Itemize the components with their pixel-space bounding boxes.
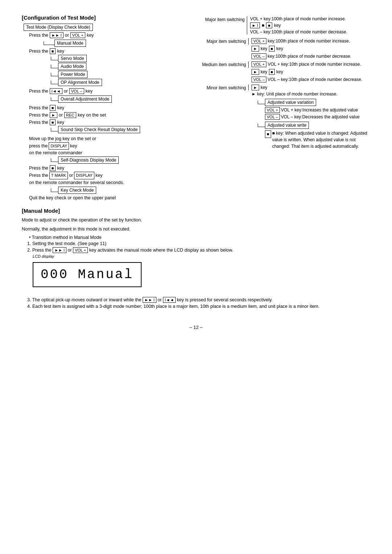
major-black-key: ■: [266, 23, 272, 28]
op-alignment-box: OP Alignment Mode: [58, 79, 102, 86]
lcd-label: LCD display: [33, 254, 370, 258]
vol-minus-key-1: VOL –: [69, 88, 84, 94]
press-text-6: Press the: [29, 120, 48, 125]
major-key-word: key: [261, 46, 268, 51]
manual-bullet1: • Transition method in Manual Mode: [29, 235, 370, 240]
or-2: or: [64, 89, 68, 94]
minor-key-word: key: [261, 85, 268, 90]
major-vol-minus-desc: VOL – key:100th place of mode number dec…: [250, 29, 347, 34]
on-remote-2: on the remote commander for several seco…: [29, 179, 189, 186]
left-column: [Configuration of Test Mode] Test Mode (…: [22, 15, 189, 200]
display-key-2: DISPLAY: [74, 172, 94, 179]
major-play-key: ► I: [250, 23, 260, 28]
on-remote-1: on the remote commander: [29, 150, 189, 156]
rec-key: REC: [64, 112, 76, 118]
t-mark-key: T MARK: [49, 172, 68, 179]
black-key-2: ■: [50, 105, 56, 111]
major-key-sep: ■: [262, 23, 264, 28]
major-label: Major item switching: [207, 39, 246, 44]
page-content: [Configuration of Test Mode] Test Mode (…: [22, 15, 370, 330]
key-text-4: key: [57, 105, 64, 110]
or-3: or: [59, 113, 63, 118]
overall-adj-box: Overall Adjustment Mode: [58, 95, 112, 103]
manual-para1: Mode to adjust or check the operation of…: [22, 217, 370, 224]
manual-numbered-2: 2. Press the ►► I or VOL + key activates…: [27, 247, 370, 253]
minor-label: Minor item switching: [207, 85, 246, 90]
adj-var-box: Adjusted value variation: [265, 99, 316, 106]
display-key-1: DISPLAY: [49, 142, 69, 150]
key-text-7: key: [57, 166, 64, 171]
move-jog-text: Move up the jog key on the set or: [29, 135, 189, 142]
major-key-btn1: VOL +: [252, 38, 266, 44]
medium-sq-key: ■: [269, 69, 275, 75]
manual-numbered-4: 4. Each test item is assigned with a 3-d…: [27, 304, 370, 309]
medium-vol-plus-text: VOL + key:10th place of mode number incr…: [268, 62, 361, 67]
numbered-1-text: 1. Setting the test mode. (See page 11): [27, 241, 106, 246]
adj-vol-minus-text: VOL – key:Decreases the adjusted value: [281, 114, 360, 119]
press-text-5: Press the: [29, 113, 48, 118]
medium-vol-minus-text: VOL – key:10th place of mode number decr…: [268, 77, 362, 82]
fwd-key-manual: ►► I: [53, 247, 66, 253]
or-4: or: [69, 172, 73, 179]
medium-key-btn1: VOL +: [252, 61, 266, 67]
key-check-box: Key Check Mode: [58, 187, 96, 194]
medium-key-btn2: VOL –: [252, 77, 266, 82]
manual-numbered-3: 3. The optical pick-up moves outward or …: [27, 297, 370, 303]
manual-mode-title: [Manual Mode]: [22, 208, 370, 214]
press-text-7: press the: [29, 143, 48, 150]
adj-vol-plus-key: VOL +: [265, 107, 280, 113]
press-text-1: Press the: [29, 33, 48, 38]
or-1: or: [65, 33, 69, 38]
key-text-3: key: [86, 89, 93, 94]
medium-key-word: key: [261, 69, 268, 74]
power-mode-box: Power Mode: [58, 71, 87, 78]
key-text-8: key: [95, 172, 102, 179]
servo-mode-box: Servo Mode: [58, 55, 87, 62]
right-diagram: Major item switching VOL + key:100th pla…: [200, 38, 370, 150]
press-text-8: Press the: [29, 166, 48, 171]
play-key-1: ►: [50, 112, 57, 118]
minor-fwd-key: ►: [252, 85, 259, 90]
press-text-2: Press the: [29, 49, 48, 54]
press-text-3: Press the: [29, 89, 48, 94]
press-text-9: Press the: [29, 172, 48, 179]
major-vol-plus-desc: VOL + key:100th place of mode number inc…: [250, 16, 346, 21]
major-switching-label: Major item switching: [205, 17, 245, 22]
page-number: – 12 –: [22, 325, 370, 330]
major-vol-minus-text: key:100th place of mode number decrease.: [268, 54, 351, 59]
fwd-key-1: ►► I: [50, 32, 64, 38]
major-fwd-key: ►: [252, 46, 259, 52]
vol-plus-key-1: VOL +: [70, 32, 85, 38]
medium-label: Medium item switching: [202, 62, 246, 67]
black-key-3: ■: [50, 119, 56, 125]
key-text-6: key: [70, 143, 77, 150]
right-column: Major item switching VOL + key:100th pla…: [200, 15, 370, 151]
press-text-4: Press the: [29, 105, 48, 110]
adj-write-desc: ■ key: When adjusted value is changed: A…: [272, 130, 370, 150]
manual-numbered-1: 1. Setting the test mode. (See page 11): [27, 241, 370, 246]
rwd-key: I◄◄: [50, 88, 62, 94]
adj-write-box: Adjusted value write: [265, 122, 309, 129]
key-text-2: key: [57, 49, 64, 54]
test-mode-box: Test Mode (Display Check Mode): [24, 24, 93, 31]
black-key-4: ■: [50, 165, 56, 171]
vol-plus-manual: VOL +: [73, 247, 88, 253]
key-suffix-1: key: [87, 33, 94, 38]
adj-black-key: ■: [265, 130, 271, 138]
self-diagnosis-box: Self-Diagnosis Display Mode: [58, 156, 119, 164]
major-switching-block: Major item switching VOL + key:100th pla…: [200, 16, 370, 34]
manual-para2: Normally, the adjustment in this mode is…: [22, 226, 370, 233]
minor-desc: ► key: Unit place of mode number increas…: [252, 91, 338, 97]
sound-skip-box: Sound Skip Check Result Display Mode: [58, 126, 140, 133]
manual-mode-box: Manual Mode: [54, 40, 86, 47]
audio-mode-box: Audio Mode: [58, 63, 86, 70]
major-sq-word: key: [276, 46, 283, 51]
adj-vol-minus-key: VOL –: [265, 114, 280, 120]
config-title: [Configuration of Test Mode]: [22, 15, 189, 21]
manual-section: [Manual Mode] Mode to adjust or check th…: [22, 208, 370, 310]
major-sq-key: ■: [269, 46, 275, 52]
major-key-btn2: VOL –: [252, 53, 266, 59]
main-layout: [Configuration of Test Mode] Test Mode (…: [22, 15, 370, 200]
major-vol-plus-text: key:100th place of mode number increase.: [268, 38, 350, 44]
adj-vol-plus-text: VOL + key:Increases the adjusted value: [281, 107, 358, 113]
